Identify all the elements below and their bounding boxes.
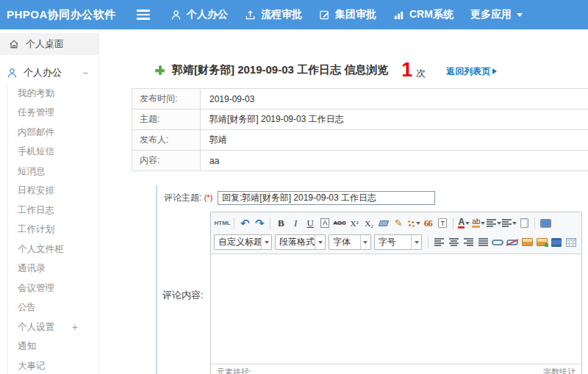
- highlight-color-button[interactable]: ab: [472, 216, 486, 231]
- editor-content-area[interactable]: [211, 254, 581, 364]
- align-right-button[interactable]: [462, 235, 476, 250]
- toolbar-separator: [534, 217, 535, 229]
- back-link-label: 返回列表页: [446, 65, 490, 78]
- collapse-icon[interactable]: −: [82, 68, 88, 79]
- remove-format-icon: [379, 220, 390, 226]
- add-plus-icon: [155, 65, 165, 75]
- ordered-list-button[interactable]: [487, 216, 501, 231]
- align-left-button[interactable]: [432, 235, 446, 250]
- font-color-button[interactable]: A: [457, 216, 471, 231]
- sidebar-item-label: 个人设置: [18, 321, 54, 334]
- char-border-button[interactable]: A: [318, 216, 332, 231]
- nav-item-group-approval[interactable]: 集团审批: [319, 8, 376, 21]
- select-caret: [261, 235, 271, 249]
- nav-item-label: 集团审批: [335, 8, 376, 21]
- sidebar-item-meetings[interactable]: 会议管理: [0, 278, 98, 298]
- chevron-down-icon: [517, 13, 523, 17]
- unordered-list-button[interactable]: [502, 216, 517, 231]
- insert-image-button[interactable]: [520, 235, 534, 250]
- align-right-icon: [464, 238, 473, 246]
- insert-video-button[interactable]: [550, 235, 564, 250]
- comment-subject-label: 评论主题: (*): [157, 192, 210, 204]
- sidebar-desktop-label: 个人桌面: [26, 37, 64, 51]
- redo-icon: ↷: [255, 217, 265, 229]
- select-label: 字体: [333, 236, 360, 248]
- sidebar-item-contacts[interactable]: 通讯录: [0, 259, 98, 279]
- unlink-button[interactable]: [506, 235, 520, 250]
- nav-item-personal-office[interactable]: 个人办公: [171, 8, 228, 21]
- fullscreen-icon: [540, 219, 551, 228]
- insert-video-icon: [551, 238, 562, 247]
- editor-toolbar-row2: 自定义标题段落格式字体字号: [214, 232, 578, 252]
- insert-link-button[interactable]: [491, 235, 505, 250]
- expand-icon[interactable]: +: [72, 321, 78, 333]
- format-brush-icon: ✎: [395, 217, 403, 229]
- info-row-value: 郭靖: [201, 130, 588, 151]
- sidebar-item-attendance[interactable]: 我的考勤: [0, 84, 98, 104]
- sidebar-item-major-events[interactable]: 大事记: [0, 356, 98, 374]
- info-table-row: 发布时间:2019-09-03: [132, 89, 588, 109]
- bold-button[interactable]: B: [274, 216, 288, 231]
- sidebar-item-file-cabinet[interactable]: 个人文件柜: [0, 240, 98, 259]
- align-justify-button[interactable]: [476, 235, 490, 250]
- sidebar-item-internal-mail[interactable]: 内部邮件: [0, 123, 98, 143]
- word-count-label[interactable]: 字数统计: [543, 367, 576, 374]
- source-code-button[interactable]: HTML: [215, 216, 231, 231]
- blockquote-icon: 66: [424, 217, 432, 229]
- sidebar-item-tasks[interactable]: 任务管理: [0, 104, 98, 123]
- italic-button[interactable]: I: [289, 216, 303, 231]
- select-caret: [360, 235, 370, 249]
- nav-item-more-apps[interactable]: 更多应用: [470, 8, 523, 21]
- image-manager-button[interactable]: [535, 235, 549, 250]
- sidebar-item-messages[interactable]: 短消息: [0, 162, 98, 181]
- sidebar-item-label: 内部邮件: [18, 126, 54, 139]
- font-size-select[interactable]: 字号: [374, 234, 423, 250]
- sidebar-item-label: 大事记: [18, 360, 46, 373]
- chevron-down-icon: [481, 222, 485, 225]
- undo-button[interactable]: ↶: [238, 216, 252, 231]
- menu-toggle-icon[interactable]: [137, 10, 150, 20]
- blockquote-button[interactable]: 66: [421, 216, 435, 231]
- nav-item-crm-system[interactable]: CRM系统: [393, 8, 453, 21]
- strikethrough-button[interactable]: ABC: [333, 216, 347, 231]
- sidebar: 个人桌面 个人办公 − 我的考勤任务管理内部邮件手机短信短消息日程安排工作日志工…: [0, 29, 99, 374]
- paint-format-button[interactable]: [406, 216, 420, 231]
- custom-heading-select[interactable]: 自定义标题: [214, 234, 272, 250]
- subscript-button[interactable]: X₂: [362, 216, 376, 231]
- italic-icon: I: [294, 217, 297, 229]
- insert-link-icon: [492, 240, 503, 245]
- redo-button[interactable]: ↷: [253, 216, 267, 231]
- paste-text-button[interactable]: T: [436, 216, 450, 231]
- format-brush-button[interactable]: ✎: [392, 216, 406, 231]
- sidebar-item-schedule[interactable]: 日程安排: [0, 181, 98, 201]
- nav-item-workflow-approval[interactable]: 流程审批: [245, 8, 302, 21]
- page-layout: 个人桌面 个人办公 − 我的考勤任务管理内部邮件手机短信短消息日程安排工作日志工…: [0, 29, 588, 374]
- sidebar-item-notifications[interactable]: 通知: [0, 337, 98, 357]
- sidebar-group-personal-office[interactable]: 个人办公 −: [0, 62, 98, 84]
- underline-icon: U: [307, 217, 314, 229]
- unlink-icon: [506, 240, 518, 245]
- paragraph-format-select[interactable]: 段落格式: [275, 234, 326, 250]
- sidebar-item-work-plan[interactable]: 工作计划: [0, 220, 98, 240]
- sidebar-item-announcements[interactable]: 公告: [0, 298, 98, 318]
- superscript-icon: X²: [351, 219, 359, 228]
- sidebar-item-mobile-sms[interactable]: 手机短信: [0, 143, 98, 162]
- new-document-button[interactable]: [517, 216, 531, 231]
- font-family-select[interactable]: 字体: [329, 234, 371, 250]
- comment-subject-input[interactable]: [218, 191, 435, 205]
- sidebar-item-settings[interactable]: 个人设置+: [0, 317, 98, 337]
- toolbar-separator: [270, 217, 270, 229]
- insert-table-button[interactable]: [564, 235, 578, 250]
- char-border-icon: A: [320, 218, 329, 228]
- align-center-button[interactable]: [447, 235, 461, 250]
- sidebar-item-desktop[interactable]: 个人桌面: [0, 33, 98, 55]
- select-label: 自定义标题: [218, 236, 261, 248]
- superscript-button[interactable]: X²: [348, 216, 362, 231]
- back-to-list-link[interactable]: 返回列表页: [446, 65, 497, 78]
- view-count: 1: [401, 60, 412, 80]
- fullscreen-button[interactable]: [539, 216, 553, 231]
- sidebar-item-label: 公告: [18, 301, 36, 314]
- remove-format-button[interactable]: [377, 216, 391, 231]
- sidebar-item-work-log[interactable]: 工作日志: [0, 201, 98, 220]
- underline-button[interactable]: U: [304, 216, 318, 231]
